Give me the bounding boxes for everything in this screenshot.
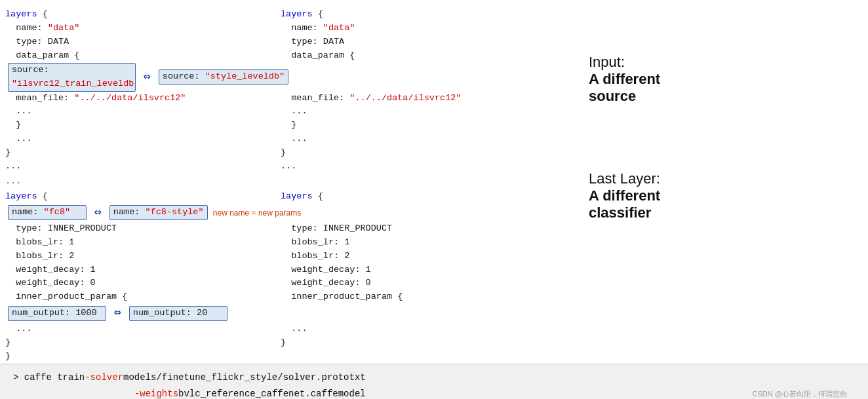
line-layers-b2: layers { [281,190,556,204]
line-closebrace-b1: } [281,146,556,160]
right-panel: Input: A different source Last Layer: A … [569,8,863,364]
line-wd2-b: weight_decay: 0 [281,276,556,290]
line-close-trail-a: } [5,336,281,350]
source-right-box: source: "style_leveldb" [159,69,288,85]
col-b-rest: mean_file: "../../data/ilsvrc12" ... } .… [281,92,556,174]
line-dots-a2: ... [5,132,281,146]
line-close-b1: } [281,119,556,132]
input-label: Input: [589,54,863,71]
line-dataparam-a1: data_param { [5,49,281,63]
new-params-note: new name = new params [213,207,301,219]
cmd-line-1: > caffe train -solver models/finetune_fl… [13,370,855,386]
line-type-b2: type: INNER_PRODUCT [281,222,556,236]
top-area: layers { name: "data" type: DATA data_pa… [0,0,868,364]
line-close-trail-b: } [281,336,556,350]
line-name-b1: name: "data" [281,22,556,35]
name-hl-row: name: "fc8" ⇔ name: "fc8-style" new name… [5,204,569,222]
lastlayer-desc2: classifier [589,204,863,221]
source-arrow: ⇔ [136,68,159,86]
input-desc2: source [589,88,863,105]
lastlayer-annotation: Last Layer: A different classifier [589,170,863,221]
line-blobs2-b: blobs_lr: 2 [281,250,556,263]
col-b-trail: ... } [281,322,556,350]
cmd-line-2: -weights bvlc_reference_caffenet.caffemo… [13,386,855,399]
line-layers-a2: layers { [5,190,281,204]
col-b-top: layers { name: "data" type: DATA data_pa… [281,8,556,63]
cmd-solver-val: models/finetune_flickr_style/solver.prot… [123,370,366,386]
numout-right-box: num_output: 20 [129,306,227,321]
cmd-solver-flag: -solver [85,370,123,386]
cmd-weights-flag: -weights [134,386,178,399]
line-type-a2: type: INNER_PRODUCT [5,222,281,236]
line-name-a1: name: "data" [5,22,281,35]
line-dots-b1: ... [281,105,556,119]
col-a-trail: ... } [5,322,281,350]
command-area: > caffe train -solver models/finetune_fl… [0,364,868,399]
cmd-prompt: > caffe train [13,370,85,386]
lastlayer-label: Last Layer: [589,170,863,187]
line-ipp-b: inner_product_param { [281,290,556,304]
watermark: CSDN @心若向阳，何谓悲伤 [753,387,855,399]
line-layers-b1: layers { [281,8,556,22]
line-type-b1: type: DATA [281,35,556,49]
line-dots-b2: ... [281,132,556,146]
line-dots-b3: ... [281,160,556,174]
col-a-bot: layers { [5,190,281,204]
name-left-box: name: "fc8" [8,205,87,220]
numout-arrow: ⇔ [106,304,129,322]
cmd-indent [13,386,134,399]
trailing-two-col: ... } ... } [5,322,569,350]
line-dataparam-b1: data_param { [281,49,556,63]
name-arrow: ⇔ [87,204,109,222]
lastlayer-desc1: A different [589,187,863,204]
line-mean-b: mean_file: "../../data/ilsvrc12" [281,92,556,105]
top-two-col: layers { name: "data" type: DATA data_pa… [5,8,569,63]
line-close-outer: } [5,350,569,364]
col-a-top: layers { name: "data" type: DATA data_pa… [5,8,281,63]
col-b-fc8: type: INNER_PRODUCT blobs_lr: 1 blobs_lr… [281,222,556,305]
col-a-rest: mean_file: "../../data/ilsvrc12" ... } .… [5,92,281,174]
numout-hl-row: num_output: 1000 ⇔ num_output: 20 [5,304,569,322]
bottom-two-col: layers { layers { [5,190,569,204]
cmd-weights-val: bvlc_reference_caffenet.caffemodel [178,386,366,399]
line-blobs2-a: blobs_lr: 2 [5,250,281,263]
line-blobs1-b: blobs_lr: 1 [281,236,556,250]
input-annotation: Input: A different source [589,54,863,105]
line-ipp-a: inner_product_param { [5,290,281,304]
name-right-box: name: "fc8-style" [109,205,208,220]
line-closebrace-a1: } [5,146,281,160]
bottom-two-col-rest: type: INNER_PRODUCT blobs_lr: 1 blobs_lr… [5,222,569,305]
line-close-a1: } [5,119,281,132]
line-dots-a3: ... [5,160,281,174]
line-wd1-a: weight_decay: 1 [5,263,281,277]
source-left-box: source: "ilsvrc12_train_leveldb" [8,63,136,92]
line-dots-trail-a: ... [5,322,281,336]
line-dots-a1: ... [5,105,281,119]
full-page: layers { name: "data" type: DATA data_pa… [0,0,868,399]
col-a-fc8: type: INNER_PRODUCT blobs_lr: 1 blobs_lr… [5,222,281,305]
separator: ... [5,175,569,189]
line-mean-a: mean_file: "../../data/ilsvrc12" [5,92,281,105]
top-two-col-rest: mean_file: "../../data/ilsvrc12" ... } .… [5,92,569,174]
line-type-a1: type: DATA [5,35,281,49]
line-wd1-b: weight_decay: 1 [281,263,556,277]
line-layers-a1: layers { [5,8,281,22]
input-desc1: A different [589,71,863,88]
line-dots-trail-b: ... [281,322,556,336]
left-code-panel: layers { name: "data" type: DATA data_pa… [5,8,569,364]
line-wd2-a: weight_decay: 0 [5,276,281,290]
source-hl-row: source: "ilsvrc12_train_leveldb" ⇔ sourc… [5,63,569,92]
numout-left-box: num_output: 1000 [8,306,106,321]
line-blobs1-a: blobs_lr: 1 [5,236,281,250]
col-b-bot: layers { [281,190,556,204]
